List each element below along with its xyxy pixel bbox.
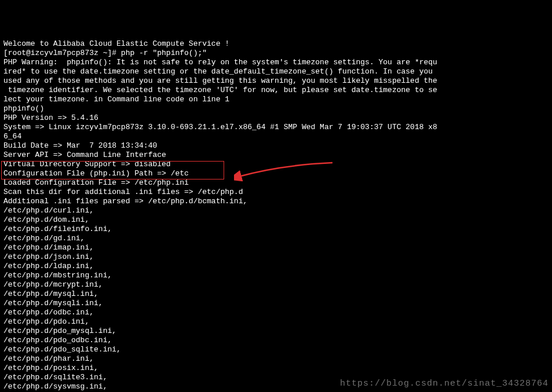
terminal-line: Additional .ini files parsed => /etc/php… [3, 197, 549, 206]
terminal-line: Build Date => Mar 7 2018 13:34:40 [3, 141, 549, 151]
terminal-output[interactable]: Welcome to Alibaba Cloud Elastic Compute… [3, 39, 549, 392]
terminal-line: /etc/php.d/phar.ini, [3, 354, 549, 364]
terminal-line: [root@izcyvlm7pcp873z ~]# php -r "phpinf… [3, 49, 549, 58]
terminal-line: PHP Warning: phpinfo(): It is not safe t… [3, 58, 549, 67]
terminal-line: /etc/php.d/imap.ini, [3, 243, 549, 252]
terminal-line: Welcome to Alibaba Cloud Elastic Compute… [3, 39, 549, 49]
terminal-line: phpinfo() [3, 104, 549, 113]
terminal-line: ired* to use the date.timezone setting o… [3, 67, 549, 76]
terminal-line: /etc/php.d/gd.ini, [3, 234, 549, 243]
terminal-line: /etc/php.d/mcrypt.ini, [3, 280, 549, 290]
terminal-line: Server API => Command Line Interface [3, 151, 549, 160]
terminal-line: used any of those methods and you are st… [3, 76, 549, 86]
terminal-line: /etc/php.d/pdo_sqlite.ini, [3, 345, 549, 354]
terminal-line: /etc/php.d/pdo_odbc.ini, [3, 336, 549, 345]
terminal-line: /etc/php.d/odbc.ini, [3, 308, 549, 317]
terminal-line: /etc/php.d/pdo_mysql.ini, [3, 327, 549, 336]
terminal-line: lect your timezone. in Command line code… [3, 95, 549, 104]
terminal-line: Scan this dir for additional .ini files … [3, 188, 549, 197]
terminal-line: /etc/php.d/ldap.ini, [3, 262, 549, 271]
terminal-line: PHP Version => 5.4.16 [3, 113, 549, 123]
terminal-line: /etc/php.d/json.ini, [3, 252, 549, 262]
terminal-line: Configuration File (php.ini) Path => /et… [3, 169, 549, 178]
terminal-line: /etc/php.d/mysqli.ini, [3, 299, 549, 308]
terminal-line: /etc/php.d/posix.ini, [3, 364, 549, 373]
terminal-line: /etc/php.d/fileinfo.ini, [3, 225, 549, 234]
terminal-line: Loaded Configuration File => /etc/php.in… [3, 178, 549, 188]
terminal-line: 6_64 [3, 132, 549, 141]
terminal-line: /etc/php.d/curl.ini, [3, 206, 549, 215]
terminal-line: /etc/php.d/mysql.ini, [3, 290, 549, 299]
terminal-line: /etc/php.d/dom.ini, [3, 215, 549, 225]
terminal-line: /etc/php.d/mbstring.ini, [3, 271, 549, 280]
terminal-line: timezone identifier. We selected the tim… [3, 86, 549, 95]
watermark-text: https://blog.csdn.net/sinat_34328764 [340, 379, 549, 389]
terminal-line: /etc/php.d/pdo.ini, [3, 317, 549, 327]
terminal-line: System => Linux izcyvlm7pcp873z 3.10.0-6… [3, 123, 549, 132]
terminal-line: Virtual Directory Support => disabled [3, 160, 549, 169]
